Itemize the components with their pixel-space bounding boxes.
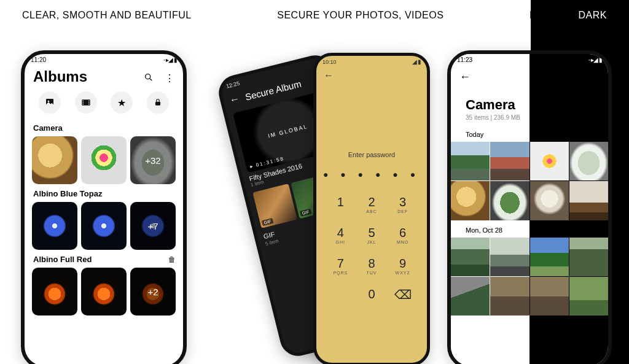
headline-middle: SECURE YOUR PHOTOS, VIDEOS — [277, 10, 443, 21]
filter-row: ★ — [32, 91, 176, 114]
photo-thumbnail[interactable] — [530, 277, 569, 316]
keypad-key-2[interactable]: 2ABC — [356, 195, 388, 214]
photo-thumbnail[interactable] — [81, 136, 127, 184]
phone-albums: 11:20 ◦ ▸◢ ▮ Albums ⋮ ★ Camera+32Albino … — [21, 50, 187, 364]
svg-point-3 — [48, 101, 50, 103]
keypad-key-9[interactable]: 9WXYZ — [387, 257, 418, 275]
photo-thumbnail[interactable] — [569, 142, 608, 180]
status-bar: 11:20 ◦ ▸◢ ▮ — [25, 54, 183, 66]
filter-secure[interactable] — [147, 91, 169, 114]
photo-thumbnail[interactable] — [32, 268, 77, 316]
album-section-title: Albino Blue Topaz — [33, 189, 176, 198]
phone-password: 10:10 ◢ ▮ ← Enter password ● ● ● ● ● ● 1… — [313, 53, 430, 364]
keypad-empty — [325, 287, 356, 302]
keypad-key-6[interactable]: 6MNO — [387, 226, 418, 244]
keypad-key-1[interactable]: 1 — [325, 195, 356, 214]
photo-thumbnail[interactable]: +2 — [130, 268, 176, 316]
photo-thumbnail[interactable] — [490, 181, 529, 220]
keypad-key-8[interactable]: 8TUV — [356, 257, 388, 275]
photo-thumbnail[interactable] — [81, 268, 127, 316]
movie-logo: IM GLOBAL — [267, 123, 308, 139]
photo-thumbnail[interactable] — [490, 142, 529, 180]
svg-rect-6 — [82, 102, 83, 103]
back-icon[interactable]: ← — [316, 68, 427, 83]
keypad-key-7[interactable]: 7PQRS — [325, 257, 356, 275]
search-icon[interactable] — [144, 72, 154, 85]
back-icon[interactable]: ← — [229, 93, 241, 106]
svg-rect-9 — [88, 102, 89, 103]
photo-thumbnail[interactable] — [32, 136, 77, 184]
more-count-overlay[interactable]: +7 — [130, 202, 176, 250]
svg-point-0 — [146, 74, 150, 79]
day-label: Today — [451, 125, 608, 142]
album-section-title: Albino Full Red🗑 — [33, 255, 176, 264]
status-bar: 10:10 ◢ ▮ — [316, 56, 427, 68]
theme-label-dark: DARK — [579, 10, 607, 21]
svg-rect-8 — [88, 101, 89, 101]
photo-grid — [451, 238, 608, 316]
theme-label-light: LIGHT — [529, 10, 560, 21]
gif-badge: GIF — [262, 218, 273, 226]
trash-icon[interactable]: 🗑 — [168, 255, 176, 264]
photo-thumbnail[interactable] — [530, 142, 569, 180]
headline-left: CLEAR, SMOOTH AND BEAUTIFUL — [22, 10, 192, 21]
more-count-overlay[interactable]: +2 — [130, 268, 176, 316]
password-dots: ● ● ● ● ● ● — [316, 169, 427, 179]
photo-grid — [451, 142, 608, 220]
more-icon[interactable]: ⋮ — [165, 72, 174, 85]
svg-rect-7 — [82, 104, 83, 104]
album-section-title: Camera — [33, 123, 176, 133]
photo-thumbnail[interactable] — [451, 181, 490, 220]
status-time: 12:25 — [225, 80, 240, 89]
photo-thumbnail[interactable] — [530, 181, 569, 220]
keypad-key-5[interactable]: 5JKL — [356, 226, 388, 244]
password-prompt: Enter password — [316, 151, 427, 158]
marketing-headlines: CLEAR, SMOOTH AND BEAUTIFUL SECURE YOUR … — [0, 10, 629, 21]
filter-videos[interactable] — [75, 91, 97, 114]
phone-light-dark: 11:23 ◦ ▸◢ ▮ ← Camera 35 items | 236.9 M… — [447, 50, 612, 364]
photo-thumbnail[interactable] — [32, 202, 77, 250]
secure-item-gif[interactable]: GIF — [252, 184, 297, 228]
status-time: 10:10 — [322, 59, 337, 65]
photo-thumbnail[interactable] — [569, 181, 608, 220]
thumbnail-row: +7 — [32, 202, 176, 250]
svg-rect-11 — [155, 102, 160, 106]
filter-favorite[interactable]: ★ — [111, 91, 133, 114]
photo-thumbnail[interactable]: +7 — [130, 202, 176, 250]
photo-thumbnail[interactable] — [569, 238, 608, 276]
photo-thumbnail[interactable] — [490, 277, 529, 316]
thumbnail-row: +2 — [32, 268, 176, 316]
svg-rect-5 — [82, 101, 83, 101]
svg-line-1 — [150, 79, 152, 80]
keypad-key-0[interactable]: 0 — [356, 287, 388, 302]
status-time: 11:23 — [457, 56, 472, 63]
day-label: Mon, Oct 28 — [451, 220, 608, 238]
album-title: Camera — [466, 97, 593, 113]
photo-thumbnail[interactable]: +32 — [130, 136, 176, 184]
gif-badge: GIF — [300, 209, 311, 217]
photo-thumbnail[interactable] — [451, 238, 490, 276]
photo-thumbnail[interactable] — [451, 142, 490, 180]
svg-rect-10 — [88, 104, 89, 104]
photo-thumbnail[interactable] — [530, 238, 569, 276]
back-icon[interactable]: ← — [451, 66, 608, 83]
keypad-backspace[interactable]: ⌫ — [387, 287, 418, 302]
status-icons: ◢ ▮ — [412, 58, 421, 65]
photo-thumbnail[interactable] — [569, 277, 608, 316]
status-icons: ◦ ▸◢ ▮ — [163, 56, 177, 63]
more-count-overlay[interactable]: +32 — [130, 136, 176, 184]
keypad-key-3[interactable]: 3DEF — [387, 195, 418, 214]
status-bar: 11:23 ◦ ▸◢ ▮ — [451, 54, 608, 66]
thumbnail-row: +32 — [32, 136, 176, 184]
keypad-key-4[interactable]: 4GHI — [325, 226, 356, 244]
status-time: 11:20 — [31, 56, 46, 63]
photo-thumbnail[interactable] — [490, 238, 529, 276]
status-icons: ◦ ▸◢ ▮ — [588, 56, 602, 63]
numeric-keypad: 12ABC3DEF4GHI5JKL6MNO7PQRS8TUV9WXYZ0⌫ — [316, 195, 427, 302]
album-subtitle: 35 items | 236.9 MB — [466, 114, 593, 121]
photo-thumbnail[interactable] — [451, 277, 490, 316]
photo-thumbnail[interactable] — [81, 202, 127, 250]
filter-images[interactable] — [39, 91, 61, 114]
